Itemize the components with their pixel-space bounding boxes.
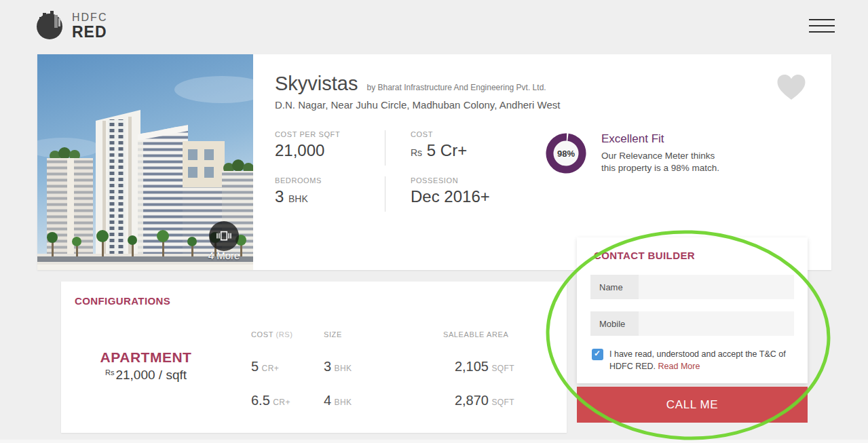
hdfc-red-logo[interactable]: HDFC RED (34, 8, 183, 43)
stat-bedrooms: BEDROOMS 3 BHK (275, 176, 411, 206)
relevance-title: Excellent Fit (601, 132, 664, 146)
favorite-heart-icon[interactable] (776, 73, 807, 102)
mobile-field-label: Mobile (590, 311, 639, 336)
column-header-cost: COST (RS) (251, 330, 293, 339)
contact-builder-title: CONTACT BUILDER (594, 250, 695, 261)
mobile-input[interactable] (639, 311, 794, 336)
stat-cost-per-sqft: COST PER SQFT 21,000 (275, 130, 411, 160)
table-row-cost: 6.5 CR+ (251, 393, 290, 408)
stats-divider (385, 130, 385, 166)
rate-value: 21,000 / sqft (115, 368, 187, 382)
logo-skyline-icon (34, 7, 65, 44)
column-header-size: SIZE (324, 330, 342, 339)
stat-cost: COST Rs 5 Cr+ (411, 130, 546, 160)
menu-hamburger-icon[interactable] (809, 19, 835, 35)
property-photo[interactable]: 4 More (37, 54, 253, 270)
table-row-size: 4 BHK (324, 393, 352, 408)
logo-text-hdfc: HDFC (72, 12, 107, 23)
page: HDFC RED (0, 0, 868, 443)
name-input[interactable] (639, 275, 794, 299)
column-header-area: SALEABLE AREA (443, 330, 508, 339)
gallery-icon[interactable] (209, 221, 239, 251)
gallery-more-label[interactable]: 4 More (193, 250, 253, 261)
table-row-size: 3 BHK (324, 359, 352, 374)
tnc-checkbox[interactable] (592, 349, 603, 360)
unit-type: APARTMENT (81, 349, 210, 366)
name-field[interactable]: Name (590, 275, 794, 299)
relevance-desc: Our Relevance Meter thinks (601, 151, 715, 161)
relevance-desc: this property is a 98% match. (601, 163, 719, 173)
stats-divider (385, 176, 385, 212)
property-builder-byline: by Bharat Infrastructure And Engineering… (366, 83, 546, 92)
logo-text-red: RED (72, 24, 107, 40)
tnc-text: I have read, understood and accept the T… (609, 348, 795, 372)
stat-possession: POSSESION Dec 2016+ (411, 176, 546, 206)
contact-builder-card: CONTACT BUILDER Name Mobile I have read,… (577, 237, 808, 383)
unit-type-block: APARTMENT Rs21,000 / sqft (81, 349, 210, 383)
table-row-area: 2,105 SQFT (385, 359, 514, 374)
property-address: D.N. Nagar, Near Juhu Circle, Madhuban C… (275, 99, 560, 111)
bottom-strip (0, 440, 868, 443)
configurations-card: CONFIGURATIONS APARTMENT Rs21,000 / sqft… (61, 282, 567, 433)
name-field-label: Name (590, 275, 639, 299)
relevance-percent: 98% (546, 133, 586, 174)
configurations-title: CONFIGURATIONS (75, 295, 170, 307)
rate-currency: Rs (105, 368, 114, 377)
table-row-cost: 5 CR+ (251, 359, 279, 374)
relevance-meter: 98% (546, 133, 586, 174)
property-title: Skyvistas (275, 73, 358, 95)
read-more-link[interactable]: Read More (658, 362, 700, 371)
call-me-button[interactable]: CALL ME (577, 387, 808, 423)
table-row-area: 2,870 SQFT (385, 393, 514, 408)
mobile-field[interactable]: Mobile (590, 311, 794, 336)
